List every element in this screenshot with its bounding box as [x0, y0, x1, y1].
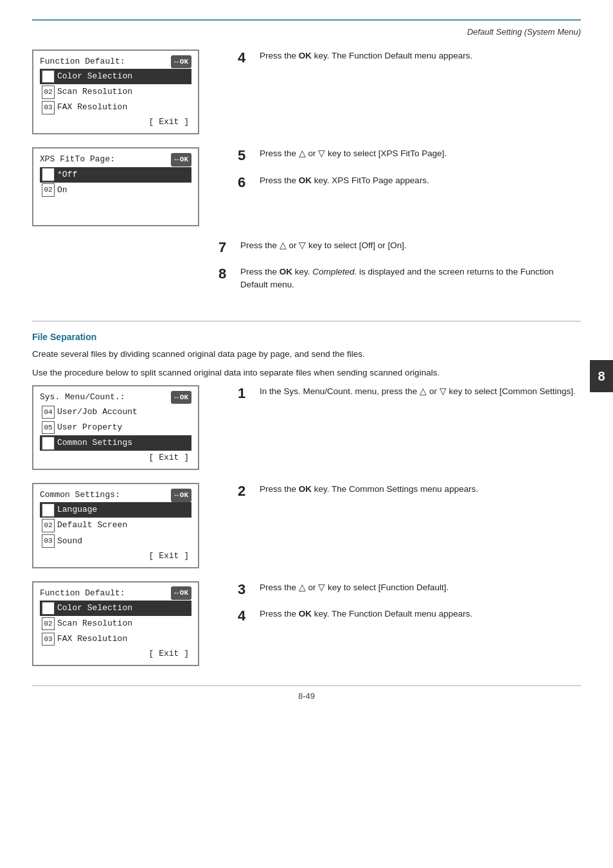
- row-label: FAX Resolution: [57, 632, 127, 646]
- row-num: 03: [42, 534, 55, 548]
- screen-function-default-2: Function Default: ↔OK 01 Color Selection…: [32, 581, 199, 666]
- ok-button-fs3: ↔OK: [171, 586, 191, 600]
- screen-sys-menu: Sys. Menu/Count.: ↔OK 04 User/Job Accoun…: [32, 385, 199, 470]
- fs-screen1-row3: 06 Common Settings: [40, 435, 191, 451]
- ok-button-fs2: ↔OK: [171, 489, 191, 502]
- row-num: 02: [42, 617, 55, 631]
- exit-row: [ Exit ]: [40, 115, 191, 129]
- screen1-row1: 01 Color Selection: [40, 69, 191, 84]
- row-num: 03: [42, 101, 55, 114]
- file-separation-section: File Separation Create several files by …: [32, 332, 581, 667]
- row-num: 03: [42, 633, 55, 646]
- step-text: Press the △ or ▽ key to select [XPS FitT…: [260, 147, 447, 160]
- fs-screen1-row1: 04 User/Job Account: [40, 404, 191, 420]
- section-divider: [32, 321, 581, 321]
- exit-row: [ Exit ]: [40, 647, 191, 661]
- step-5: 5 Press the △ or ▽ key to select [XPS Fi…: [238, 147, 581, 164]
- page-header: Default Setting (System Menu): [32, 27, 581, 37]
- fs-row2: Common Settings: ↔OK 01 Language 02 Defa…: [32, 483, 581, 568]
- row-label: Color Selection: [57, 601, 132, 615]
- step-num: 5: [238, 147, 253, 164]
- fs-step-4: 4 Press the OK key. The Function Default…: [238, 608, 581, 624]
- row-num: 01: [42, 602, 55, 615]
- fs-step2-container: 2 Press the OK key. The Common Settings …: [238, 483, 581, 509]
- steps56-container: 5 Press the △ or ▽ key to select [XPS Fi…: [238, 147, 581, 201]
- row-num: 05: [42, 421, 55, 435]
- row-label: *Off: [57, 168, 77, 182]
- steps78-container: 7 Press the △ or ▽ key to select [Off] o…: [32, 239, 581, 302]
- fs-step-3: 3 Press the △ or ▽ key to select [Functi…: [238, 581, 581, 598]
- fs-screen3-title: Function Default:: [40, 586, 125, 601]
- file-separation-para1: Create several files by dividing scanned…: [32, 347, 581, 361]
- row-label: Scan Resolution: [57, 617, 132, 631]
- row-label: Default Screen: [57, 518, 127, 532]
- screen1-container: Function Default: ↔OK 01 Color Selection…: [32, 50, 218, 134]
- fs-screen3-row2: 02 Scan Resolution: [40, 616, 191, 631]
- exit-row: [ Exit ]: [40, 549, 191, 563]
- fs-steps34-container: 3 Press the △ or ▽ key to select [Functi…: [238, 581, 581, 635]
- page-number: 8-49: [298, 691, 315, 701]
- step-text: Press the OK key. The Function Default m…: [260, 608, 472, 620]
- fs-screen2-container: Common Settings: ↔OK 01 Language 02 Defa…: [32, 483, 218, 568]
- file-separation-heading: File Separation: [32, 332, 581, 342]
- fs-step-2: 2 Press the OK key. The Common Settings …: [238, 483, 581, 500]
- page-container: Default Setting (System Menu) 8 Function…: [0, 0, 613, 868]
- fs-screen1-title: Sys. Menu/Count.:: [40, 390, 125, 404]
- fs-screen1-row2: 05 User Property: [40, 420, 191, 435]
- fs-screen2-row1: 01 Language: [40, 502, 191, 518]
- chapter-tab: 8: [590, 360, 613, 392]
- fs-screen2-row2: 02 Default Screen: [40, 518, 191, 533]
- step-text: Press the OK key. The Common Settings me…: [260, 483, 478, 496]
- row-num: 01: [42, 168, 55, 181]
- row-label: Common Settings: [57, 436, 132, 450]
- row-label: Sound: [57, 534, 82, 548]
- row-label: FAX Resolution: [57, 100, 127, 114]
- spacer-left: [32, 239, 218, 302]
- step-num: 2: [238, 483, 253, 500]
- step-text: Press the △ or ▽ key to select [Off] or …: [240, 239, 407, 252]
- step-num: 8: [218, 266, 234, 282]
- row-num: 06: [42, 437, 55, 450]
- step-num: 1: [238, 385, 253, 402]
- fs-screen1-container: Sys. Menu/Count.: ↔OK 04 User/Job Accoun…: [32, 385, 218, 470]
- step4-container: 4 Press the OK key. The Function Default…: [238, 50, 581, 76]
- step-7: 7 Press the △ or ▽ key to select [Off] o…: [218, 239, 581, 256]
- row-label: User Property: [57, 420, 122, 435]
- top-section-row2: XPS FitTo Page: ↔OK 01 *Off 02 On 5: [32, 147, 581, 226]
- step-text: Press the OK key. The Function Default m…: [260, 50, 472, 62]
- step-text: Press the OK key. Completed. is displaye…: [240, 266, 581, 292]
- top-section-row1: Function Default: ↔OK 01 Color Selection…: [32, 50, 581, 134]
- row-label: Scan Resolution: [57, 85, 132, 99]
- row-label: User/Job Account: [57, 405, 138, 419]
- row-num: 02: [42, 183, 55, 197]
- screen1-row3: 03 FAX Resolution: [40, 100, 191, 115]
- header-title: Default Setting (System Menu): [467, 27, 581, 37]
- row-num: 04: [42, 406, 55, 419]
- steps78: 7 Press the △ or ▽ key to select [Off] o…: [218, 239, 581, 302]
- fs-screen3-row3: 03 FAX Resolution: [40, 631, 191, 647]
- row-label: On: [57, 183, 67, 197]
- fs-screen2-title: Common Settings:: [40, 488, 120, 502]
- screen2-row1: 01 *Off: [40, 167, 191, 183]
- row-num: 02: [42, 519, 55, 532]
- screen2-row2: 02 On: [40, 183, 191, 198]
- ok-button-fs1: ↔OK: [171, 391, 191, 404]
- fs-screen3-row1: 01 Color Selection: [40, 601, 191, 616]
- fs-step1-container: 1 In the Sys. Menu/Count. menu, press th…: [238, 385, 581, 411]
- fs-screen2-row3: 03 Sound: [40, 534, 191, 549]
- ok-button-1: ↔OK: [171, 55, 191, 69]
- screen2-container: XPS FitTo Page: ↔OK 01 *Off 02 On: [32, 147, 218, 226]
- row-num: 01: [42, 503, 55, 517]
- step-num: 4: [238, 608, 253, 624]
- top-border: [32, 19, 581, 21]
- step-text: Press the OK key. XPS FitTo Page appears…: [260, 174, 429, 187]
- row-num: 01: [42, 70, 55, 84]
- bottom-border: 8-49: [32, 685, 581, 701]
- screen1-title: Function Default:: [40, 55, 125, 69]
- exit-row: [ Exit ]: [40, 451, 191, 465]
- screen-common-settings: Common Settings: ↔OK 01 Language 02 Defa…: [32, 483, 199, 568]
- step-text: In the Sys. Menu/Count. menu, press the …: [260, 385, 576, 398]
- step-4: 4 Press the OK key. The Function Default…: [238, 50, 581, 66]
- ok-button-2: ↔OK: [171, 153, 191, 167]
- row-num: 02: [42, 86, 55, 99]
